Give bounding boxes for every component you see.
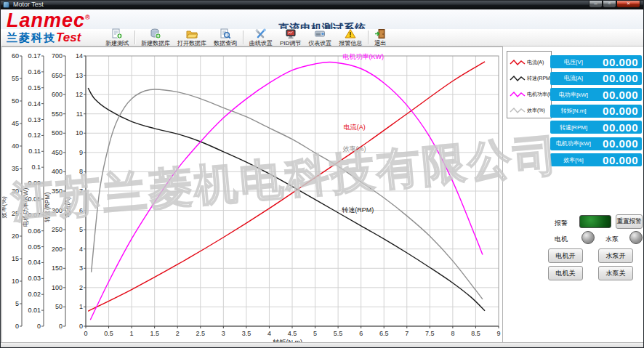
readout-label: 转矩[N.m]: [550, 107, 597, 115]
legend-line-icon: [510, 106, 526, 115]
readout-value: 00.000: [597, 56, 642, 68]
svg-text:0: 0: [37, 323, 41, 330]
motor-curves-chart: 051015202530354045505560效率(%)00.010.020.…: [2, 47, 502, 342]
svg-text:4: 4: [267, 330, 271, 337]
svg-text:25: 25: [12, 210, 19, 217]
exit-door-icon: [374, 28, 386, 39]
svg-text:50: 50: [12, 97, 19, 105]
toolbar-button-label: 打开数据库: [177, 39, 206, 47]
toolbar: 新建测试 新建数据库 打开数据库 数据查询 曲线设置 PID调节 仪表设置 报警…: [0, 29, 644, 46]
toolbar-button-label: PID调节: [280, 39, 301, 47]
svg-text:1: 1: [79, 303, 83, 310]
readout-label: 电流[A]: [550, 74, 597, 82]
alarm-label: 报警: [555, 219, 568, 228]
svg-text:12: 12: [76, 91, 83, 98]
toolbar-button-label: 新建数据库: [141, 39, 170, 47]
svg-text:0.09: 0.09: [28, 179, 41, 187]
curve-label: 转速(RPM): [342, 206, 374, 214]
toolbar-button-meter-settings[interactable]: 仪表设置: [305, 29, 335, 46]
window-title: Motor Test: [13, 1, 44, 8]
readout-label: 转速[RPM]: [550, 124, 597, 131]
svg-text:0.14: 0.14: [28, 100, 41, 108]
svg-text:2: 2: [79, 284, 83, 291]
svg-text:0.11: 0.11: [28, 147, 41, 155]
legend-entry: 电流(A): [510, 54, 551, 70]
svg-text:电机功率(KW): 电机功率(KW): [22, 187, 29, 227]
svg-text:550: 550: [52, 110, 63, 118]
svg-text:8: 8: [79, 168, 83, 175]
statusbar: [0, 342, 644, 348]
pump-on-button[interactable]: 水泵开: [598, 248, 633, 263]
svg-text:0.05: 0.05: [28, 243, 41, 251]
svg-text:50: 50: [55, 303, 63, 310]
x-axis: 00.511.522.533.544.555.566.577.588.59转矩(…: [84, 326, 500, 342]
close-button[interactable]: ×: [616, 0, 640, 8]
toolbar-button-pid[interactable]: PID调节: [276, 29, 305, 46]
svg-text:400: 400: [52, 168, 63, 175]
svg-text:250: 250: [52, 226, 63, 233]
pump-off-button[interactable]: 水泵关: [598, 266, 633, 280]
series-speed: [88, 88, 485, 311]
svg-text:10: 10: [12, 278, 19, 285]
new-test-icon: [111, 28, 123, 39]
motor-off-button[interactable]: 电机关: [548, 266, 583, 280]
maximize-button[interactable]: ▫: [603, 0, 616, 8]
svg-text:0.5: 0.5: [104, 330, 113, 337]
readout-label: 电机功率[kW]: [550, 139, 597, 147]
chart-panel: 051015202530354045505560效率(%)00.010.020.…: [1, 46, 503, 343]
svg-text:0.15: 0.15: [28, 84, 41, 92]
motor-on-button[interactable]: 电机开: [548, 248, 583, 263]
svg-text:450: 450: [52, 149, 63, 156]
svg-text:150: 150: [52, 264, 63, 272]
svg-text:0: 0: [15, 323, 19, 330]
svg-text:7: 7: [405, 330, 408, 337]
toolbar-button-label: 数据查询: [214, 39, 237, 47]
readout-row: 转速[RPM] 00.000: [550, 121, 642, 134]
toolbar-button-open-database[interactable]: 打开数据库: [174, 29, 210, 46]
y-axis-speed: 0501001502002503003504004505005506006507…: [44, 52, 65, 330]
readout-label: 电功率[kW]: [550, 91, 597, 99]
brand-logo: Lanmec® 兰菱科技Test: [7, 11, 91, 44]
svg-text:1.5: 1.5: [150, 330, 159, 337]
toolbar-button-new-test[interactable]: 新建测试: [102, 29, 132, 46]
readout-label: 效率[%]: [550, 156, 597, 164]
svg-text:15: 15: [12, 255, 19, 262]
legend-label: 电流(A): [527, 59, 544, 66]
svg-text:0: 0: [79, 323, 83, 330]
toolbar-separator: [134, 31, 135, 44]
alarm-indicator: [579, 215, 611, 228]
motor-label: 电机: [555, 235, 568, 244]
svg-text:6: 6: [359, 330, 363, 337]
monitor-icon: [285, 28, 297, 39]
svg-text:0.07: 0.07: [28, 211, 41, 219]
app-icon: [3, 1, 9, 8]
svg-text:效率(%): 效率(%): [2, 196, 7, 218]
readout-row: 电压[V] 00.000: [550, 55, 642, 68]
svg-text:电流(A): 电流(A): [64, 197, 71, 218]
svg-text:9: 9: [79, 149, 83, 156]
new-database-icon: [150, 28, 161, 39]
legend-line-icon: [510, 74, 526, 83]
alarm-reset-button[interactable]: 重置报警: [616, 214, 643, 229]
toolbar-separator: [368, 31, 369, 44]
toolbar-button-curve-settings[interactable]: 曲线设置: [246, 29, 276, 46]
svg-text:0: 0: [59, 323, 63, 330]
instrument-icon: [314, 28, 326, 39]
svg-text:3: 3: [79, 264, 83, 272]
readout-value: 00.000: [597, 154, 642, 166]
curve-label: 效率(%): [342, 145, 366, 153]
svg-text:600: 600: [52, 91, 63, 98]
toolbar-button-data-query[interactable]: 数据查询: [210, 29, 241, 46]
toolbar-button-new-database[interactable]: 新建数据库: [137, 29, 174, 46]
readout-label: 电压[V]: [550, 58, 597, 66]
svg-text:6: 6: [79, 207, 83, 214]
svg-text:35: 35: [12, 165, 19, 172]
toolbar-button-alarm-info[interactable]: 报警信息: [335, 29, 366, 46]
warning-triangle-icon: [345, 28, 356, 39]
svg-text:9: 9: [496, 330, 500, 337]
svg-text:4.5: 4.5: [288, 330, 297, 337]
svg-text:350: 350: [52, 187, 63, 195]
minimize-button[interactable]: –: [589, 0, 603, 8]
toolbar-button-label: 报警信息: [339, 39, 362, 47]
toolbar-button-exit[interactable]: 退出: [371, 29, 390, 46]
